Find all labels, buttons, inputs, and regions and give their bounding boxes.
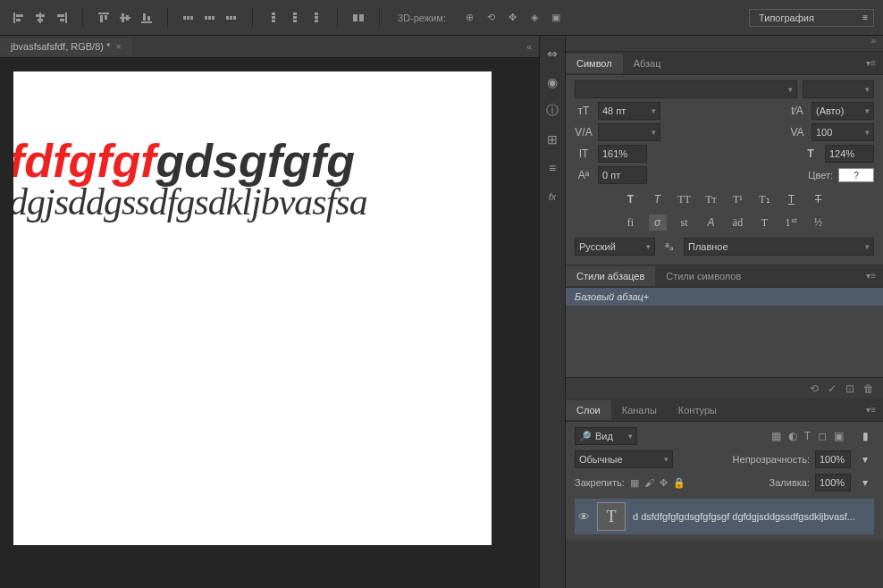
align-top-icon[interactable] <box>94 8 114 28</box>
align-center-h-icon[interactable] <box>30 8 50 28</box>
fill-chevron-icon[interactable]: ▾ <box>856 474 874 491</box>
align-right-icon[interactable] <box>52 8 71 28</box>
contextual-icon[interactable]: σ <box>649 214 667 231</box>
filter-shape-icon[interactable]: ◻ <box>818 430 827 442</box>
close-icon[interactable]: × <box>115 41 121 52</box>
blend-mode-dropdown[interactable]: Обычные <box>575 450 673 468</box>
tab-paths[interactable]: Контуры <box>668 400 727 420</box>
ligature-icon[interactable]: fi <box>622 214 640 231</box>
3d-camera-icon[interactable]: ▣ <box>546 8 566 28</box>
smallcaps-icon[interactable]: Tт <box>702 191 720 207</box>
info-icon[interactable]: ⓘ <box>542 100 563 122</box>
titling-icon[interactable]: T <box>756 214 774 231</box>
text-layer-line-1[interactable]: fdfgfgfgdsgfgfg <box>13 134 492 188</box>
scale-h-input[interactable] <box>825 145 874 163</box>
tab-paragraph[interactable]: Абзац <box>623 54 672 73</box>
discretionary-icon[interactable]: st <box>676 214 694 231</box>
layer-thumbnail[interactable]: T <box>597 502 626 531</box>
strip-icon-1[interactable]: ⇔ <box>542 43 563 64</box>
fx-icon[interactable]: fx <box>542 186 563 207</box>
text-layer-line-2[interactable]: dgjsddgssdfgsdkljbvasfsa <box>13 181 492 223</box>
3d-rotate-icon[interactable]: ⟲ <box>482 8 501 28</box>
distribute-6-icon[interactable] <box>307 8 326 28</box>
filter-kind-dropdown[interactable]: 🔎Вид <box>575 427 637 445</box>
font-style-dropdown[interactable] <box>803 80 874 98</box>
strip-icon-2[interactable]: ◉ <box>542 71 563 93</box>
color-swatch[interactable]: ? <box>838 168 874 182</box>
svg-rect-9 <box>98 13 109 14</box>
font-size-input[interactable]: 48 пт <box>598 102 660 120</box>
fractions-icon[interactable]: ½ <box>810 214 828 231</box>
font-family-dropdown[interactable] <box>575 80 797 98</box>
document-tab[interactable]: jbvasfsafsfdf, RGB/8) * × <box>0 38 132 55</box>
3d-orbit-icon[interactable]: ⊕ <box>460 8 480 28</box>
lock-all-icon[interactable]: 🔒 <box>673 477 685 489</box>
antialias-dropdown[interactable]: Плавное <box>684 238 874 256</box>
opacity-input[interactable] <box>815 450 851 468</box>
delete-style-icon[interactable]: 🗑 <box>863 382 874 395</box>
panel-menu-icon[interactable]: ▾≡ <box>859 271 883 281</box>
leading-input[interactable]: (Авто) <box>812 102 874 120</box>
svg-rect-17 <box>147 16 150 21</box>
superscript-icon[interactable]: T¹ <box>729 191 747 207</box>
strikethrough-icon[interactable]: T <box>810 191 828 207</box>
fill-input[interactable] <box>815 474 851 491</box>
scale-h-icon: T <box>802 145 820 163</box>
tab-character[interactable]: Символ <box>566 54 623 73</box>
italic-icon[interactable]: T <box>649 191 667 207</box>
base-paragraph-style[interactable]: Базовый абзац+ <box>566 288 883 306</box>
lock-pixels-icon[interactable]: 🖌 <box>644 477 654 489</box>
filter-type-icon[interactable]: T <box>804 430 811 442</box>
new-style-icon[interactable]: ⊡ <box>845 382 854 395</box>
3d-scale-icon[interactable]: ◈ <box>525 8 544 28</box>
layer-item[interactable]: 👁 T d dsfdfgfgfgdsgfgfgsgf dgfdgjsddgssd… <box>575 499 874 534</box>
tab-channels[interactable]: Каналы <box>611 400 668 420</box>
collapse-tabs-icon[interactable]: « <box>519 38 539 55</box>
bold-icon[interactable]: T <box>622 191 640 207</box>
visibility-icon[interactable]: 👁 <box>578 510 590 524</box>
workspace-selector[interactable]: Типография <box>749 9 874 27</box>
apply-style-icon[interactable]: ✓ <box>828 382 837 395</box>
layers-panel: 🔎Вид ▦ ◐ T ◻ ▣ ▮ Обычные Непрозрачность:… <box>566 422 883 540</box>
allcaps-icon[interactable]: TT <box>676 191 694 207</box>
scale-v-input[interactable] <box>598 145 647 163</box>
tab-char-styles[interactable]: Стили символов <box>655 266 752 286</box>
tab-para-styles[interactable]: Стили абзацев <box>566 266 655 286</box>
language-dropdown[interactable]: Русский <box>575 238 655 256</box>
ordinals-icon[interactable]: 1ˢᵗ <box>783 214 801 231</box>
distribute-4-icon[interactable] <box>264 8 283 28</box>
3d-pan-icon[interactable]: ✥ <box>503 8 523 28</box>
baseline-input[interactable] <box>598 166 647 184</box>
lock-position-icon[interactable]: ✥ <box>660 477 668 489</box>
subscript-icon[interactable]: T₁ <box>756 191 774 207</box>
tab-layers[interactable]: Слои <box>566 400 611 420</box>
filter-toggle-icon[interactable]: ▮ <box>856 427 874 445</box>
expand-panels-icon[interactable]: » <box>566 36 883 52</box>
align-bottom-icon[interactable] <box>137 8 156 28</box>
filter-smart-icon[interactable]: ▣ <box>834 430 844 442</box>
undo-style-icon[interactable]: ⟲ <box>810 382 819 395</box>
strip-icon-3[interactable]: ⊞ <box>542 129 563 150</box>
swash-icon[interactable]: A <box>702 214 720 231</box>
filter-pixel-icon[interactable]: ▦ <box>771 430 781 442</box>
lock-transparency-icon[interactable]: ▦ <box>630 477 639 489</box>
distribute-5-icon[interactable] <box>285 8 305 28</box>
tracking-input[interactable]: 100 <box>812 123 874 141</box>
panel-menu-icon[interactable]: ▾≡ <box>859 405 883 415</box>
filter-adjust-icon[interactable]: ◐ <box>788 430 797 442</box>
underline-icon[interactable]: T <box>783 191 801 207</box>
auto-align-icon[interactable] <box>349 8 368 28</box>
layer-name[interactable]: d dsfdfgfgfgdsgfgfgsgf dgfdgjsddgssdfgsd… <box>633 511 870 522</box>
align-left-icon[interactable] <box>9 8 29 28</box>
stylistic-icon[interactable]: ād <box>729 214 747 231</box>
align-middle-icon[interactable] <box>115 8 135 28</box>
distribute-group-2 <box>264 8 326 28</box>
canvas[interactable]: fdfgfgfgdsgfgfg dgjsddgssdfgsdkljbvasfsa <box>13 71 492 545</box>
opacity-chevron-icon[interactable]: ▾ <box>856 450 874 468</box>
distribute-3-icon[interactable] <box>222 8 241 28</box>
panel-menu-icon[interactable]: ▾≡ <box>859 58 883 68</box>
distribute-1-icon[interactable] <box>179 8 198 28</box>
kerning-input[interactable] <box>598 123 660 141</box>
distribute-2-icon[interactable] <box>200 8 220 28</box>
strip-icon-4[interactable]: ≡ <box>542 157 563 179</box>
